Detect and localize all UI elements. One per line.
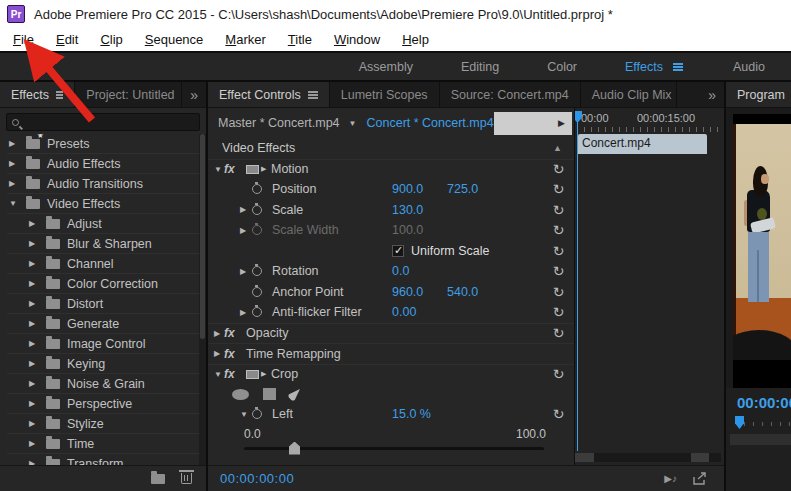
panel-menu-icon[interactable] <box>308 91 318 93</box>
tree-item-audio-transitions[interactable]: Audio Transitions <box>7 174 206 194</box>
menu-help[interactable]: Help <box>391 30 440 49</box>
reset-icon[interactable]: ↺ <box>553 305 565 319</box>
expander-icon[interactable] <box>29 219 39 228</box>
effect-motion-row[interactable]: fx ▶ Motion ↺ <box>208 159 574 180</box>
effect-opacity-row[interactable]: fx Opacity ↺ <box>208 323 574 344</box>
reset-icon[interactable]: ↺ <box>553 285 565 299</box>
tab-program[interactable]: Program <box>726 82 791 107</box>
workspace-menu-icon[interactable] <box>673 63 683 65</box>
stopwatch-icon[interactable] <box>252 184 262 194</box>
menu-clip[interactable]: Clip <box>89 30 133 49</box>
menu-marker[interactable]: Marker <box>214 30 276 49</box>
tab-source-monitor[interactable]: Source: Concert.mp4 <box>440 82 581 107</box>
effects-search-input[interactable] <box>6 113 200 131</box>
workspace-tab-assembly[interactable]: Assembly <box>335 60 437 74</box>
tree-item-image-control[interactable]: Image Control <box>7 334 206 354</box>
timeline-clip[interactable]: Concert.mp4 <box>578 134 707 154</box>
menu-file[interactable]: File <box>2 30 45 49</box>
tree-item-video-effects[interactable]: Video Effects <box>7 194 206 214</box>
panel-menu-icon[interactable] <box>56 91 63 93</box>
reset-icon[interactable]: ↺ <box>553 223 565 237</box>
panel-overflow-icon[interactable]: » <box>182 82 206 107</box>
ellipse-mask-icon[interactable] <box>232 389 249 400</box>
expander-icon[interactable] <box>29 439 39 448</box>
uniform-scale-checkbox[interactable] <box>392 245 404 257</box>
tree-item-keying[interactable]: Keying <box>7 354 206 374</box>
current-timecode[interactable]: 00:00:00:00 <box>208 471 294 486</box>
reset-icon[interactable]: ↺ <box>553 162 565 176</box>
menu-edit[interactable]: Edit <box>45 30 89 49</box>
expander-icon[interactable] <box>9 139 19 148</box>
expander-icon[interactable] <box>9 159 19 168</box>
workspace-tab-editing[interactable]: Editing <box>437 60 523 74</box>
program-ruler[interactable] <box>730 416 791 431</box>
expander-icon[interactable] <box>234 226 250 235</box>
workspace-tab-effects[interactable]: Effects <box>601 60 673 74</box>
program-playhead[interactable] <box>735 416 744 429</box>
expander-icon[interactable] <box>29 319 39 328</box>
stopwatch-icon[interactable] <box>252 266 262 276</box>
play-audio-icon[interactable]: ▶♪ <box>664 473 677 484</box>
tree-item-generate[interactable]: Generate <box>7 314 206 334</box>
pen-mask-icon[interactable] <box>287 386 304 403</box>
scale-value[interactable]: 130.0 <box>392 203 447 217</box>
menu-window[interactable]: Window <box>323 30 391 49</box>
tree-item-distort[interactable]: Distort <box>7 294 206 314</box>
tree-item-color-correction[interactable]: Color Correction <box>7 274 206 294</box>
anchor-x-value[interactable]: 960.0 <box>392 285 447 299</box>
effects-tree-scrollbar[interactable] <box>199 134 206 465</box>
slider-track[interactable] <box>244 447 544 450</box>
reset-icon[interactable]: ↺ <box>553 203 565 217</box>
expander-icon[interactable] <box>234 267 250 276</box>
expander-icon[interactable] <box>234 308 250 317</box>
effect-time-remapping-row[interactable]: fx Time Remapping <box>208 343 574 364</box>
tree-item-presets[interactable]: Presets <box>7 134 206 154</box>
expander-icon[interactable] <box>29 259 39 268</box>
tree-item-stylize[interactable]: Stylize <box>7 414 206 434</box>
reset-icon[interactable]: ↺ <box>553 264 565 278</box>
expander-icon[interactable] <box>29 279 39 288</box>
reset-icon[interactable]: ↺ <box>553 367 565 381</box>
expander-icon[interactable] <box>234 410 250 419</box>
expander-icon[interactable] <box>208 165 224 174</box>
tab-effect-controls[interactable]: Effect Controls <box>208 82 330 107</box>
reset-icon[interactable]: ↺ <box>553 182 565 196</box>
tree-item-blur-sharpen[interactable]: Blur & Sharpen <box>7 234 206 254</box>
effect-crop-row[interactable]: fx ▶ Crop ↺ <box>208 364 574 385</box>
reset-icon[interactable]: ↺ <box>553 326 565 340</box>
tree-item-transform[interactable]: Transform <box>7 454 206 465</box>
program-scrollbar[interactable] <box>730 434 791 445</box>
reset-icon[interactable]: ↺ <box>553 244 565 258</box>
expander-icon[interactable] <box>208 370 224 379</box>
expander-icon[interactable] <box>208 329 224 338</box>
stopwatch-icon[interactable] <box>252 287 262 297</box>
tab-lumetri-scopes[interactable]: Lumetri Scopes <box>330 82 440 107</box>
expander-icon[interactable] <box>208 349 224 358</box>
position-y-value[interactable]: 725.0 <box>447 182 502 196</box>
expander-icon[interactable] <box>29 239 39 248</box>
export-icon[interactable] <box>693 472 708 485</box>
tree-item-noise-grain[interactable]: Noise & Grain <box>7 374 206 394</box>
stopwatch-icon[interactable] <box>252 205 262 215</box>
sequence-clip-tab[interactable]: Concert * Concert.mp4 <box>367 116 494 130</box>
tree-item-channel[interactable]: Channel <box>7 254 206 274</box>
delete-button[interactable] <box>181 473 192 484</box>
workspace-tab-color[interactable]: Color <box>523 60 601 74</box>
stopwatch-icon[interactable] <box>252 409 262 419</box>
tree-item-audio-effects[interactable]: Audio Effects <box>7 154 206 174</box>
timeline-nav-box[interactable]: ▶ <box>494 112 572 135</box>
tab-audio-clip-mixer[interactable]: Audio Clip Mix <box>581 82 677 107</box>
expander-icon[interactable] <box>29 299 39 308</box>
menu-title[interactable]: Title <box>277 30 323 49</box>
program-timecode[interactable]: 00:00:00:00 <box>726 388 791 416</box>
expander-icon[interactable] <box>29 459 39 465</box>
timeline-ruler[interactable]: 00:00 00:00:15:00 <box>575 112 724 126</box>
expander-icon[interactable] <box>29 359 39 368</box>
menu-sequence[interactable]: Sequence <box>134 30 215 49</box>
stopwatch-icon[interactable] <box>252 307 262 317</box>
chevron-down-icon[interactable]: ▼ <box>349 119 367 128</box>
panel-overflow-icon[interactable]: » <box>700 82 724 107</box>
workspace-tab-audio[interactable]: Audio <box>709 60 789 74</box>
crop-left-value[interactable]: 15.0 % <box>392 407 447 421</box>
anti-flicker-value[interactable]: 0.00 <box>392 305 447 319</box>
